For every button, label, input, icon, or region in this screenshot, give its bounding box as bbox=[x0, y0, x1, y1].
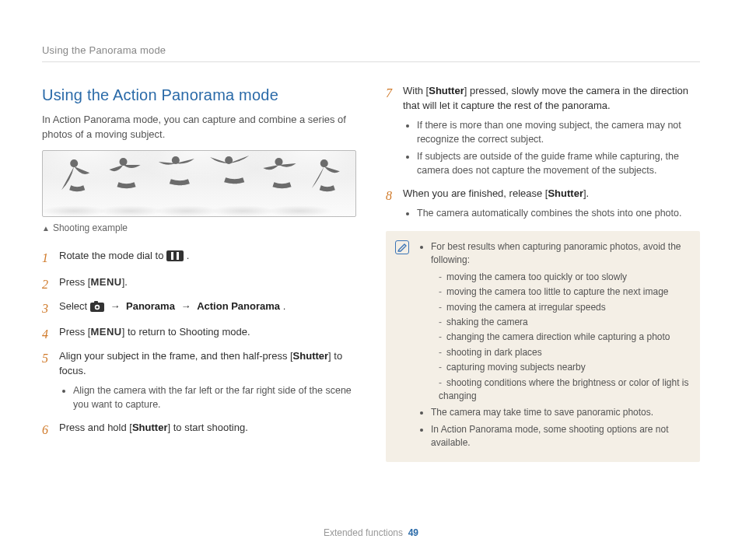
step-text: With [ bbox=[403, 85, 429, 96]
divider bbox=[42, 61, 700, 62]
menu-key: MENU bbox=[90, 326, 121, 338]
svg-point-5 bbox=[320, 159, 328, 167]
step-text-tail: ]. bbox=[583, 187, 589, 199]
step-text-tail: . bbox=[187, 250, 190, 261]
menu-key: MENU bbox=[90, 276, 121, 288]
note-icon bbox=[395, 240, 409, 254]
action-panorama-label: Action Panorama bbox=[197, 300, 280, 312]
note-avoid-item: shooting in dark places bbox=[439, 346, 689, 359]
shutter-key: Shutter bbox=[132, 422, 168, 433]
dancers-silhouette-icon bbox=[43, 151, 355, 217]
note-bullet-1: For best results when capturing panorami… bbox=[431, 240, 689, 403]
step-2: Press [MENU]. bbox=[42, 275, 356, 290]
step-text-tail: ] to start shooting. bbox=[167, 422, 247, 433]
step-7-sublist: If there is more than one moving subject… bbox=[417, 118, 700, 178]
step-text: Align your subject in the frame, and the… bbox=[59, 350, 293, 362]
step-text-tail: . bbox=[283, 300, 286, 312]
note-outer-list: For best results when capturing panorami… bbox=[431, 240, 689, 450]
triangle-up-icon: ▲ bbox=[42, 224, 50, 233]
note-avoid-item: moving the camera too little to capture … bbox=[439, 285, 689, 299]
note-avoid-item: moving the camera too quickly or too slo… bbox=[439, 271, 689, 284]
arrow-right-icon: → bbox=[178, 300, 194, 312]
step-5: Align your subject in the frame, and the… bbox=[42, 349, 356, 411]
page-title: Using the Action Panorama mode bbox=[42, 84, 356, 107]
step-text: Select bbox=[59, 300, 90, 312]
panorama-mode-icon bbox=[166, 250, 184, 266]
step-8: When you are finished, release [Shutter]… bbox=[386, 187, 700, 220]
step-8-sub-1: The camera automatically combines the sh… bbox=[417, 206, 700, 220]
step-text: Rotate the mode dial to bbox=[59, 250, 166, 261]
panorama-illustration bbox=[42, 150, 356, 217]
step-text: When you are finished, release [ bbox=[403, 187, 548, 199]
step-5-sublist: Align the camera with the far left or th… bbox=[73, 383, 356, 411]
note-avoid-item: moving the camera at irregular speeds bbox=[439, 301, 689, 314]
shutter-key: Shutter bbox=[548, 187, 583, 199]
page: Using the Panorama mode Using the Action… bbox=[0, 0, 742, 560]
shutter-key: Shutter bbox=[293, 350, 329, 362]
svg-point-0 bbox=[70, 159, 78, 167]
step-7-sub-1: If there is more than one moving subject… bbox=[417, 118, 700, 146]
step-text-tail: ] to return to Shooting mode. bbox=[122, 326, 250, 338]
note-avoid-item: capturing moving subjects nearby bbox=[439, 361, 689, 374]
right-column: With [Shutter] pressed, slowly move the … bbox=[386, 84, 700, 463]
step-text-tail: ]. bbox=[122, 276, 128, 288]
svg-rect-8 bbox=[168, 252, 171, 260]
shutter-key: Shutter bbox=[429, 85, 464, 96]
svg-rect-12 bbox=[94, 301, 98, 303]
camera-icon bbox=[90, 301, 104, 317]
step-5-sub-1: Align the camera with the far left or th… bbox=[73, 383, 356, 411]
content-columns: Using the Action Panorama mode In Action… bbox=[42, 84, 700, 463]
step-text: Press and hold [ bbox=[59, 422, 132, 433]
illustration-caption: ▲Shooting example bbox=[42, 222, 356, 235]
steps-list-left: Rotate the mode dial to . Press [MENU]. … bbox=[42, 249, 356, 436]
step-3: Select → Panorama → Action Panorama . bbox=[42, 299, 356, 317]
svg-rect-9 bbox=[173, 252, 177, 260]
page-number: 49 bbox=[408, 527, 418, 538]
footer-section: Extended functions bbox=[324, 527, 403, 538]
step-7-sub-2: If subjects are outside of the guide fra… bbox=[417, 149, 700, 177]
footer: Extended functions 49 bbox=[0, 527, 742, 540]
steps-list-right: With [Shutter] pressed, slowly move the … bbox=[386, 84, 700, 220]
step-8-sublist: The camera automatically combines the sh… bbox=[417, 206, 700, 220]
step-6: Press and hold [Shutter] to start shooti… bbox=[42, 421, 356, 436]
step-7: With [Shutter] pressed, slowly move the … bbox=[386, 84, 700, 177]
note-bullet-3: In Action Panorama mode, some shooting o… bbox=[431, 423, 689, 450]
arrow-right-icon: → bbox=[107, 300, 123, 312]
step-1: Rotate the mode dial to . bbox=[42, 249, 356, 266]
step-text: Press [ bbox=[59, 326, 90, 338]
note-box: For best results when capturing panorami… bbox=[386, 231, 700, 462]
panorama-label: Panorama bbox=[126, 300, 175, 312]
note-avoid-item: changing the camera direction while capt… bbox=[439, 331, 689, 344]
step-4: Press [MENU] to return to Shooting mode. bbox=[42, 325, 356, 340]
note-avoid-item: shaking the camera bbox=[439, 316, 689, 329]
note-avoid-item: shooting conditions where the brightness… bbox=[439, 376, 689, 404]
step-text: Press [ bbox=[59, 276, 90, 288]
svg-point-1 bbox=[119, 158, 127, 166]
svg-point-4 bbox=[275, 158, 282, 166]
note-bullet-2: The camera may take time to save panoram… bbox=[431, 406, 689, 419]
intro-text: In Action Panorama mode, you can capture… bbox=[42, 113, 356, 142]
svg-rect-10 bbox=[179, 252, 182, 260]
svg-point-14 bbox=[96, 306, 98, 308]
left-column: Using the Action Panorama mode In Action… bbox=[42, 84, 356, 463]
note-lead: For best results when capturing panorami… bbox=[431, 241, 681, 265]
note-avoid-list: moving the camera too quickly or too slo… bbox=[439, 271, 689, 404]
breadcrumb: Using the Panorama mode bbox=[42, 44, 700, 58]
caption-text: Shooting example bbox=[53, 222, 128, 233]
